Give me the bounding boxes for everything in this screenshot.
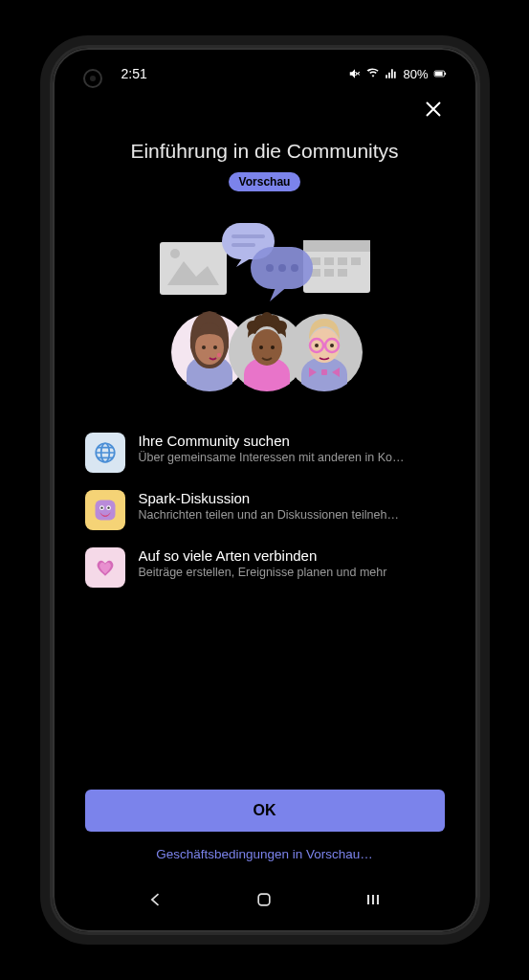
svg-point-44 (315, 344, 319, 347)
preview-badge: Vorschau (229, 172, 301, 191)
feature-title: Ihre Community suchen (139, 433, 445, 449)
battery-percent: 80% (403, 67, 428, 81)
globe-icon (85, 433, 125, 473)
svg-point-37 (271, 345, 275, 349)
feature-list: Ihre Community suchen Über gemeinsame In… (85, 433, 445, 588)
svg-rect-2 (444, 73, 445, 75)
svg-rect-14 (338, 269, 347, 277)
page-title: Einführung in die Communitys (85, 140, 445, 163)
svg-rect-3 (160, 242, 227, 295)
svg-point-23 (291, 264, 298, 272)
phone-frame: 2:51 80% Einführung in die Communitys Vo… (50, 45, 480, 935)
nav-recent-button[interactable] (362, 888, 385, 911)
feature-connect: Auf so viele Arten verbinden Beiträge er… (85, 547, 445, 588)
feature-spark-discussion: Spark-Diskussion Nachrichten teilen und … (85, 490, 445, 530)
svg-rect-10 (338, 257, 347, 265)
hero-illustration (85, 199, 445, 419)
svg-rect-7 (303, 240, 370, 252)
feature-desc: Nachrichten teilen und an Diskussionen t… (139, 508, 445, 522)
svg-point-22 (278, 264, 286, 272)
svg-rect-48 (95, 501, 115, 521)
status-bar: 2:51 80% (64, 59, 466, 88)
feature-title: Spark-Diskussion (139, 490, 445, 506)
nav-back-button[interactable] (144, 888, 167, 911)
app-content: Einführung in die Communitys Vorschau (64, 88, 466, 879)
svg-point-45 (330, 344, 334, 347)
svg-point-35 (261, 312, 273, 323)
svg-rect-13 (324, 269, 334, 277)
svg-point-28 (216, 353, 220, 357)
svg-point-36 (259, 345, 263, 349)
svg-rect-9 (324, 257, 334, 265)
svg-point-51 (100, 507, 102, 509)
svg-rect-1 (435, 72, 443, 76)
svg-rect-11 (351, 257, 361, 265)
close-button[interactable] (422, 98, 445, 121)
feature-title: Auf so viele Arten verbinden (139, 547, 445, 564)
heart-icon (85, 547, 125, 588)
status-time: 2:51 (121, 66, 349, 81)
camera-hole (83, 69, 102, 88)
ok-button[interactable]: OK (85, 790, 445, 832)
screen: 2:51 80% Einführung in die Communitys Vo… (64, 59, 466, 921)
svg-point-21 (266, 264, 274, 272)
emoji-icon (85, 490, 125, 530)
svg-point-52 (107, 507, 109, 509)
wifi-icon (366, 67, 380, 80)
status-icons: 80% (348, 67, 446, 81)
svg-point-5 (170, 249, 180, 258)
svg-rect-53 (259, 894, 271, 905)
feature-find-community: Ihre Community suchen Über gemeinsame In… (85, 433, 445, 473)
svg-point-26 (202, 345, 206, 349)
signal-icon (385, 67, 398, 80)
terms-link[interactable]: Geschäftsbedingungen in Vorschau… (85, 832, 445, 869)
feature-desc: Beiträge erstellen, Ereignisse planen un… (139, 566, 445, 579)
mute-icon (348, 67, 362, 80)
android-nav-bar (64, 879, 466, 921)
battery-icon (433, 67, 447, 80)
close-icon (422, 98, 445, 121)
svg-rect-39 (321, 369, 327, 375)
nav-home-button[interactable] (253, 888, 276, 911)
feature-desc: Über gemeinsame Interessen mit anderen i… (139, 451, 445, 464)
svg-point-27 (213, 345, 217, 349)
communities-illustration (141, 213, 389, 405)
